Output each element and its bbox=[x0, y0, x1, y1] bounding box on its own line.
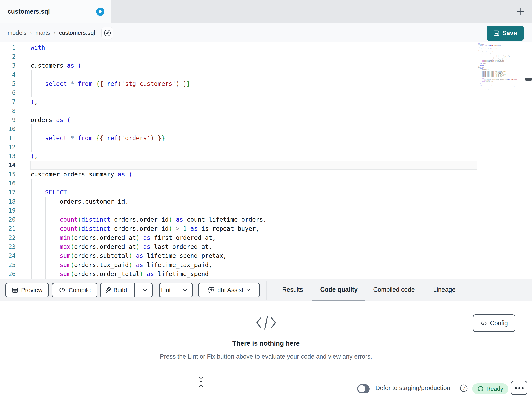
code-line-10[interactable]: 10 bbox=[0, 124, 477, 133]
line-number: 10 bbox=[0, 124, 16, 133]
defer-label: Defer to staging/production bbox=[375, 378, 450, 398]
line-number: 19 bbox=[0, 206, 16, 215]
code-text: ), bbox=[31, 97, 38, 106]
tab-results[interactable]: Results bbox=[282, 279, 303, 300]
code-text: select * from {{ ref('orders') }} bbox=[31, 133, 165, 143]
active-line-highlight bbox=[30, 161, 477, 170]
save-button[interactable]: Save bbox=[487, 26, 524, 41]
preview-button[interactable]: Preview bbox=[6, 283, 49, 297]
code-line-9[interactable]: 9orders as ( bbox=[0, 115, 477, 124]
code-text: customers as ( bbox=[31, 61, 82, 70]
code-line-8[interactable]: 8 bbox=[0, 106, 477, 115]
code-line-19[interactable]: 19 bbox=[0, 206, 477, 215]
code-line-25[interactable]: 25 sum(orders.tax_paid) as lifetime_tax_… bbox=[0, 260, 477, 269]
code-icon bbox=[480, 320, 487, 326]
lint-options-button[interactable] bbox=[178, 283, 192, 297]
code-line-6[interactable]: 6 bbox=[0, 88, 477, 97]
code-line-22[interactable]: 22 min(orders.ordered_at) as first_order… bbox=[0, 233, 477, 242]
code-text: customer_orders_summary as ( bbox=[31, 170, 132, 179]
build-split-button: Build bbox=[100, 283, 153, 297]
code-text: select * from {{ ref('stg_customers') }} bbox=[31, 79, 190, 88]
code-icon bbox=[58, 287, 66, 293]
tab-code-quality[interactable]: Code quality bbox=[320, 279, 358, 300]
code-text: ), bbox=[31, 152, 38, 161]
code-line-3[interactable]: 3customers as ( bbox=[0, 61, 477, 70]
tab-lineage[interactable]: Lineage bbox=[433, 279, 455, 300]
line-number: 3 bbox=[0, 61, 16, 70]
build-split-divider bbox=[134, 283, 135, 297]
code-line-11[interactable]: 11 select * from {{ ref('orders') }} bbox=[0, 133, 477, 143]
line-number: 18 bbox=[0, 197, 16, 206]
new-tab-button[interactable] bbox=[512, 4, 528, 20]
code-line-26[interactable]: 26 sum(orders.order_total) as lifetime_s… bbox=[0, 269, 477, 278]
lint-button[interactable]: Lint bbox=[160, 283, 172, 297]
line-number: 14 bbox=[0, 161, 16, 170]
file-tab-title: customers.sql bbox=[8, 8, 50, 15]
line-number: 7 bbox=[0, 97, 16, 106]
plus-icon bbox=[515, 7, 525, 16]
lint-split-button: Lint bbox=[159, 283, 193, 297]
editor-scrollbar-thumb[interactable] bbox=[525, 78, 532, 80]
breadcrumb-current-file: customers.sql bbox=[59, 30, 95, 36]
code-brackets-icon bbox=[0, 314, 532, 332]
save-floppy-icon bbox=[493, 30, 500, 36]
code-line-2[interactable]: 2 bbox=[0, 52, 477, 61]
code-text: count(distinct orders.order_id) > 1 as i… bbox=[31, 224, 260, 233]
code-line-7[interactable]: 7), bbox=[0, 97, 477, 106]
assist-chat-sparkle-icon bbox=[207, 287, 215, 294]
code-line-24[interactable]: 24 sum(orders.subtotal) as lifetime_spen… bbox=[0, 251, 477, 260]
config-button[interactable]: Config bbox=[473, 314, 515, 332]
code-line-15[interactable]: 15customer_orders_summary as ( bbox=[0, 170, 477, 179]
code-line-13[interactable]: 13), bbox=[0, 152, 477, 161]
editor-minimap[interactable]: with customers as ( select * from {{ ref… bbox=[478, 43, 524, 148]
code-line-18[interactable]: 18 orders.customer_id, bbox=[0, 197, 477, 206]
defer-toggle[interactable] bbox=[357, 384, 370, 393]
editor-scrollbar-track bbox=[525, 42, 525, 279]
open-in-explorer-button[interactable] bbox=[101, 27, 114, 39]
line-number: 21 bbox=[0, 224, 16, 233]
compile-button[interactable]: Compile bbox=[52, 283, 97, 297]
code-line-21[interactable]: 21 count(distinct orders.order_id) > 1 a… bbox=[0, 224, 477, 233]
text-cursor-pointer bbox=[198, 377, 203, 388]
code-line-5[interactable]: 5 select * from {{ ref('stg_customers') … bbox=[0, 79, 477, 88]
tab-lineage-label: Lineage bbox=[433, 286, 455, 293]
code-line-17[interactable]: 17 SELECT bbox=[0, 188, 477, 197]
code-line-20[interactable]: 20 count(distinct orders.order_id) as co… bbox=[0, 215, 477, 224]
code-text: count(distinct orders.order_id) as count… bbox=[31, 215, 267, 224]
code-line-16[interactable]: 16 bbox=[0, 179, 477, 188]
tab-compiled-code[interactable]: Compiled code bbox=[373, 279, 415, 300]
help-icon[interactable]: ? bbox=[460, 384, 468, 393]
breadcrumb-marts[interactable]: marts bbox=[35, 30, 50, 36]
line-number: 22 bbox=[0, 233, 16, 242]
more-options-button[interactable] bbox=[511, 381, 527, 395]
compass-icon bbox=[104, 29, 111, 37]
code-text: SELECT bbox=[31, 188, 67, 197]
code-text: min(orders.ordered_at) as first_ordered_… bbox=[31, 233, 216, 242]
code-line-14[interactable]: 14 bbox=[0, 161, 477, 170]
code-line-4[interactable]: 4 bbox=[0, 70, 477, 79]
chevron-down-icon bbox=[183, 289, 188, 292]
code-line-23[interactable]: 23 max(orders.ordered_at) as last_ordere… bbox=[0, 242, 477, 251]
breadcrumb-models[interactable]: models bbox=[8, 30, 26, 36]
build-options-button[interactable] bbox=[138, 283, 152, 297]
line-number: 2 bbox=[0, 52, 16, 61]
code-text: orders as ( bbox=[31, 115, 71, 124]
indent-guide bbox=[45, 197, 46, 279]
empty-state: There is nothing here Press the Lint or … bbox=[0, 301, 532, 360]
code-text: max(orders.ordered_at) as last_ordered_a… bbox=[31, 242, 212, 251]
editor-toolbar: Preview Compile Build bbox=[0, 279, 532, 301]
empty-state-title: There is nothing here bbox=[0, 340, 532, 347]
dbt-assist-button-label: dbt Assist bbox=[217, 287, 243, 294]
breadcrumb: models › marts › customers.sql bbox=[8, 23, 95, 42]
code-line-1[interactable]: 1with bbox=[0, 43, 477, 52]
code-editor[interactable]: 1with23customers as (45 select * from {{… bbox=[0, 42, 532, 279]
build-button[interactable]: Build bbox=[101, 283, 131, 297]
svg-text:?: ? bbox=[462, 386, 465, 391]
dbt-assist-button[interactable]: dbt Assist bbox=[198, 283, 260, 297]
line-number: 8 bbox=[0, 106, 16, 115]
code-line-12[interactable]: 12 bbox=[0, 143, 477, 152]
indent-guide bbox=[31, 124, 32, 152]
ellipsis-icon bbox=[518, 387, 520, 389]
unsaved-changes-dot-icon bbox=[96, 8, 104, 16]
file-tab-customers-sql[interactable]: customers.sql bbox=[0, 0, 111, 23]
